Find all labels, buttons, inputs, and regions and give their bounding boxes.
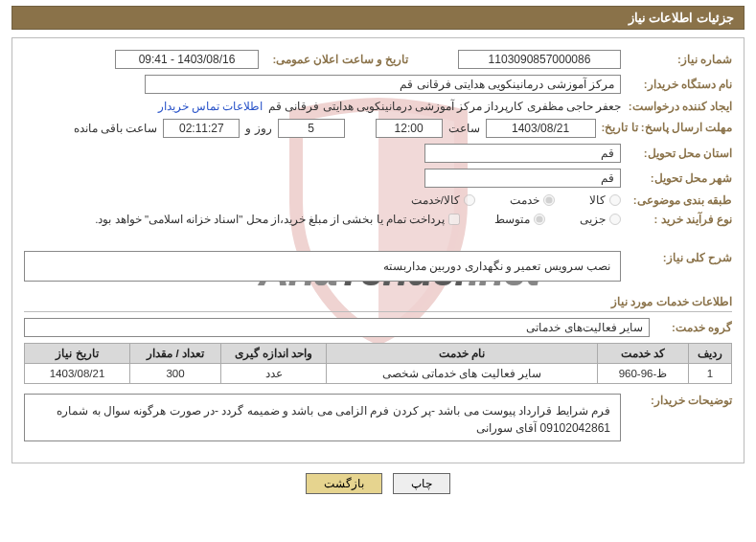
buyer-note-value: فرم شرایط قرارداد پیوست می باشد -پر کردن… [24,394,621,441]
deadline-date: 1403/08/21 [486,119,596,138]
col-row: ردیف [689,344,732,364]
treasury-note: پرداخت تمام یا بخشی از مبلغ خرید،از محل … [95,213,445,226]
col-needdate: تاریخ نیاز [25,344,130,364]
buyer-org-value: مرکز آموزشی درمانینکویی هدایتی فرقانی قم [145,75,621,94]
col-code: کد خدمت [598,344,689,364]
buyer-contact-link[interactable]: اطلاعات تماس خریدار [158,100,263,113]
city-value: قم [424,169,621,188]
cell-qty: 300 [130,364,221,384]
print-button[interactable]: چاپ [393,473,450,494]
category-khadmat-radio[interactable] [543,194,555,206]
process-jozi-radio[interactable] [609,214,621,225]
process-type-label: نوع فرآیند خرید : [627,213,732,226]
need-desc-value: نصب سرویس تعمیر و نگهداری دوربین مداربست… [24,251,621,282]
deadline-label: مهلت ارسال پاسخ: تا تاریخ: [602,122,732,135]
col-name: نام خدمت [327,344,598,364]
category-kalakhadmat-radio[interactable] [464,194,475,206]
col-unit: واحد اندازه گیری [221,344,327,364]
col-qty: تعداد / مقدار [130,344,221,364]
need-number-value: 1103090857000086 [458,50,621,69]
service-group-value: سایر فعالیت‌های خدماتی [24,318,650,337]
announce-date-value: 1403/08/16 - 09:41 [115,50,259,69]
need-number-label: شماره نیاز: [627,53,732,66]
deadline-hour-label: ساعت [448,122,480,135]
service-group-label: گروه خدمت: [655,321,732,334]
need-desc-label: شرح کلی نیاز: [627,251,732,264]
treasury-checkbox[interactable] [448,214,460,225]
deadline-hour: 12:00 [376,119,443,138]
buyer-org-label: نام دستگاه خریدار: [627,78,732,91]
category-label: طبقه بندی موضوعی: [627,193,732,207]
cell-needdate: 1403/08/21 [25,364,130,384]
cell-row: 1 [689,364,732,384]
city-label: شهر محل تحویل: [627,171,732,185]
services-table: ردیف کد خدمت نام خدمت واحد اندازه گیری ت… [24,343,732,384]
process-motavaset-label: متوسط [494,213,530,226]
requester-label: ایجاد کننده درخواست: [627,100,732,113]
cell-name: سایر فعالیت های خدماتی شخصی [327,364,598,384]
cell-unit: عدد [221,364,327,384]
province-label: استان محل تحویل: [627,147,732,160]
announce-date-label: تاریخ و ساعت اعلان عمومی: [264,53,408,66]
table-row: 1 ظ-96-960 سایر فعالیت های خدماتی شخصی ع… [25,364,732,384]
category-khadmat-label: خدمت [510,193,539,207]
services-section-title: اطلاعات خدمات مورد نیاز [24,295,732,312]
details-fieldset: شماره نیاز: 1103090857000086 تاریخ و ساع… [11,37,745,463]
category-kala-label: کالا [589,193,606,207]
requester-value: جعفر حاجی مظفری کارپرداز مرکز آموزشی درم… [268,100,621,113]
category-kalakhadmat-label: کالا/خدمت [411,193,460,207]
province-value: قم [424,144,621,163]
process-motavaset-radio[interactable] [534,214,545,225]
back-button[interactable]: بازگشت [306,473,382,494]
process-jozi-label: جزیی [580,213,606,226]
buyer-note-label: توضیحات خریدار: [627,394,732,407]
deadline-remain-label: ساعت باقی مانده [74,122,157,135]
deadline-days: 5 [278,119,345,138]
page-title: جزئیات اطلاعات نیاز [11,6,745,30]
deadline-days-label: روز و [245,122,271,135]
deadline-remain: 02:11:27 [163,119,240,138]
cell-code: ظ-96-960 [598,364,689,384]
category-kala-radio[interactable] [609,194,621,206]
